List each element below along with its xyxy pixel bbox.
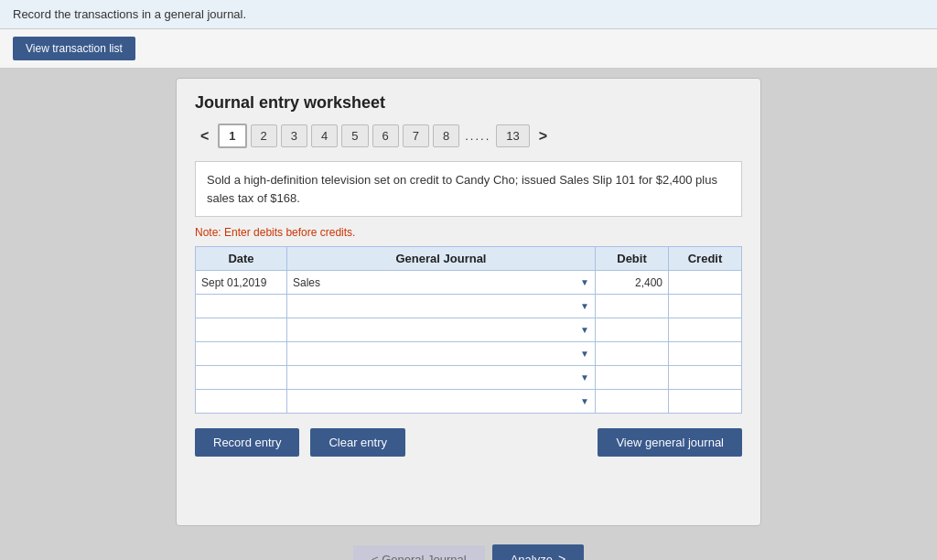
general-journal-button[interactable]: < General Journal — [353, 545, 485, 561]
cell-credit-1[interactable] — [669, 295, 742, 318]
cell-credit-4[interactable] — [669, 366, 742, 390]
analyze-label: Analyze — [511, 553, 553, 561]
cell-date-4[interactable] — [196, 366, 287, 390]
tab-4[interactable]: 4 — [311, 124, 338, 147]
cell-debit-5[interactable] — [596, 390, 669, 414]
cell-credit-3[interactable] — [669, 342, 742, 366]
record-entry-button[interactable]: Record entry — [195, 428, 299, 457]
tab-prev-arrow[interactable]: < — [195, 126, 214, 146]
col-header-general: General Journal — [287, 247, 596, 271]
instruction-text: Record the transactions in a general jou… — [13, 7, 246, 21]
general-journal-label: General Journal — [382, 553, 467, 561]
table-row: ▼ — [196, 295, 742, 318]
tab-dots: ..... — [463, 129, 492, 143]
button-row: Record entry Clear entry View general jo… — [195, 428, 742, 457]
dropdown-arrow-3[interactable]: ▼ — [580, 349, 589, 359]
table-row: Sept 01,2019Sales▼2,400 — [196, 271, 742, 295]
cell-debit-3[interactable] — [596, 342, 669, 366]
worksheet-card: Journal entry worksheet < 1 2 3 4 5 6 7 … — [176, 78, 761, 526]
dropdown-arrow-4[interactable]: ▼ — [580, 372, 589, 382]
tab-1[interactable]: 1 — [218, 124, 246, 148]
cell-account-3[interactable]: ▼ — [287, 342, 596, 366]
tab-8[interactable]: 8 — [433, 124, 459, 147]
dropdown-arrow-2[interactable]: ▼ — [580, 325, 589, 335]
cell-account-0[interactable]: Sales▼ — [287, 271, 596, 295]
table-row: ▼ — [196, 342, 742, 366]
tab-2[interactable]: 2 — [251, 124, 277, 147]
main-area: Journal entry worksheet < 1 2 3 4 5 6 7 … — [0, 69, 937, 535]
description-text: Sold a high-definition television set on… — [207, 173, 717, 205]
cell-date-5[interactable] — [196, 390, 287, 414]
cell-date-2[interactable] — [196, 318, 287, 342]
dropdown-arrow-0[interactable]: ▼ — [580, 277, 589, 287]
tab-3[interactable]: 3 — [281, 124, 307, 147]
tab-6[interactable]: 6 — [372, 124, 399, 147]
cell-credit-2[interactable] — [669, 318, 742, 342]
dropdown-arrow-1[interactable]: ▼ — [580, 301, 589, 311]
tab-13[interactable]: 13 — [496, 124, 529, 147]
cell-account-5[interactable]: ▼ — [287, 390, 596, 414]
cell-date-1[interactable] — [196, 295, 287, 318]
view-transaction-button[interactable]: View transaction list — [13, 37, 135, 60]
table-row: ▼ — [196, 390, 742, 414]
cell-debit-0[interactable]: 2,400 — [596, 271, 669, 295]
chevron-right-icon: > — [558, 552, 565, 560]
tab-7[interactable]: 7 — [403, 124, 429, 147]
tab-5[interactable]: 5 — [341, 124, 368, 147]
worksheet-title: Journal entry worksheet — [195, 93, 742, 113]
journal-table: Date General Journal Debit Credit Sept 0… — [195, 246, 742, 414]
cell-date-0[interactable]: Sept 01,2019 — [196, 271, 287, 295]
view-general-journal-button[interactable]: View general journal — [598, 428, 742, 457]
col-header-credit: Credit — [669, 247, 742, 271]
note-text: Note: Enter debits before credits. — [195, 226, 742, 239]
cell-credit-0[interactable] — [669, 271, 742, 295]
cell-debit-2[interactable] — [596, 318, 669, 342]
table-row: ▼ — [196, 366, 742, 390]
col-header-debit: Debit — [596, 247, 669, 271]
analyze-button[interactable]: Analyze > — [492, 544, 584, 560]
dropdown-arrow-5[interactable]: ▼ — [580, 396, 589, 406]
cell-debit-4[interactable] — [596, 366, 669, 390]
cell-account-1[interactable]: ▼ — [287, 295, 596, 318]
cell-debit-1[interactable] — [596, 295, 669, 318]
bottom-navigation: < General Journal Analyze > — [0, 535, 937, 560]
col-header-date: Date — [196, 247, 287, 271]
toolbar: View transaction list — [0, 29, 937, 69]
clear-entry-button[interactable]: Clear entry — [310, 428, 405, 457]
instruction-bar: Record the transactions in a general jou… — [0, 0, 937, 29]
chevron-left-icon: < — [372, 553, 379, 561]
cell-date-3[interactable] — [196, 342, 287, 366]
tab-navigation: < 1 2 3 4 5 6 7 8 ..... 13 > — [195, 124, 742, 148]
cell-account-4[interactable]: ▼ — [287, 366, 596, 390]
tab-next-arrow[interactable]: > — [533, 126, 553, 146]
description-box: Sold a high-definition television set on… — [195, 161, 742, 217]
cell-account-2[interactable]: ▼ — [287, 318, 596, 342]
table-row: ▼ — [196, 318, 742, 342]
cell-credit-5[interactable] — [669, 390, 742, 414]
